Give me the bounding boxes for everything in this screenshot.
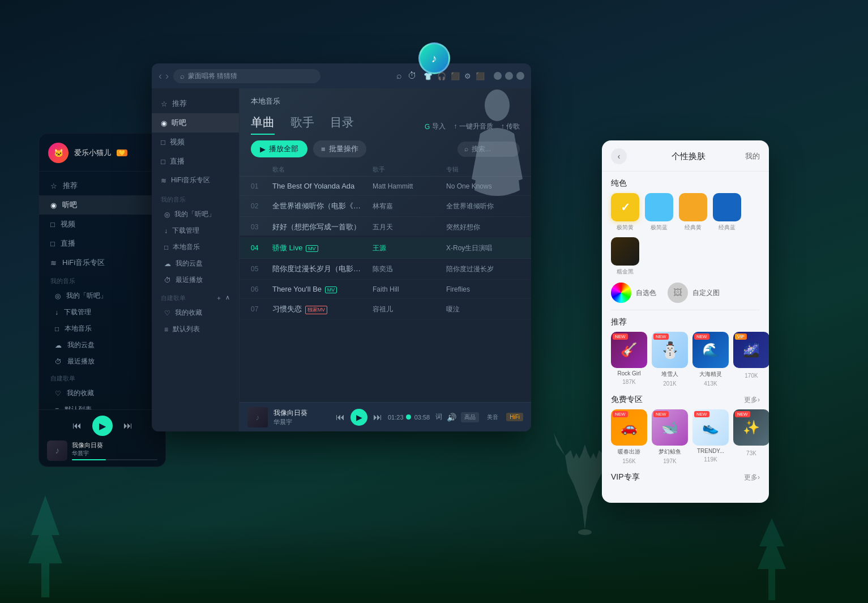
skin-custom-color[interactable]: 自选色 [611,283,656,303]
heart-icon: ♡ [55,390,61,397]
my-listen-icon: ◎ [55,292,61,300]
skin-my-link[interactable]: 我的 [745,151,760,161]
skin-free-more[interactable]: 更多› [744,395,760,405]
sidebar-item-download[interactable]: ↓ 下载管理 [39,304,165,320]
sidebar-item-listen[interactable]: ◉ 听吧 [39,195,165,215]
sidebar-label-cloud: 我的云盘 [67,340,95,350]
minimize-button[interactable] [494,72,502,80]
song-row-3[interactable]: 03 好好（想把你写成一首歌） 五月天 突然好想你 [240,217,531,238]
add-playlist-button[interactable]: ＋ [216,294,222,302]
sidebar-item-hifi[interactable]: ≋ HiFi音乐专区 [39,253,165,272]
song-row-7[interactable]: 07 习惯失恋 独家MV 容祖儿 嗄泣 [240,299,531,320]
skin-color-yellow[interactable]: ✓ 极简黄 [611,193,639,232]
main-nav-item-recent[interactable]: ⏱ 最近播放 [152,272,239,288]
main-nav-item-listen[interactable]: ◉ 听吧 [152,113,239,132]
sidebar-label-hifi: HiFi音乐专区 [62,258,105,268]
player-sound-badge: 美音 [484,412,502,422]
main-nav-item-cloud[interactable]: ☁ 我的云盘 [152,255,239,272]
player-volume-icon[interactable]: 🔊 [447,413,456,422]
quality-upgrade-button[interactable]: ↑ 一键升音质 [454,122,493,131]
rec-badge-1: NEW [613,333,628,340]
player-prev-button[interactable]: ⏮ [336,412,345,422]
song-row-2[interactable]: 02 全世界谁倾听你（电影《从你的全世界...》） 林宥嘉 全世界谁倾听你 [240,196,531,217]
skin-color-blue[interactable]: 极简蓝 [645,193,673,232]
rec-badge-4: VIP [735,333,747,340]
song-row-5[interactable]: 05 陪你度过漫长岁月（电影《陪安东尼度...》） 陈奕迅 陪你度过漫长岁 [240,259,531,280]
sidebar-item-recommend[interactable]: ☆ 推荐 [39,176,165,195]
main-nav-item-download[interactable]: ↓ 下载管理 [152,223,239,239]
skin-free-whale[interactable]: 🐋 NEW 梦幻鲸鱼 197K [652,409,688,464]
skin-color-gold-black[interactable]: 糯金黑 [611,237,639,276]
history-action-icon[interactable]: ⏱ [408,71,417,81]
batch-button[interactable]: ≡ 批量操作 [313,140,366,157]
back-nav-button[interactable]: ‹ [159,70,162,82]
player-lyric-button[interactable]: 词 [435,412,442,422]
sidebar-item-default[interactable]: ≡ 默认列表 [39,401,165,409]
main-nav-item-video[interactable]: □ 视频 [152,132,239,152]
close-button[interactable] [516,72,524,80]
main-nav-item-local[interactable]: □ 本地音乐 [152,239,239,255]
sidebar-item-cloud[interactable]: ☁ 我的云盘 [39,337,165,353]
tab-singles[interactable]: 单曲 [251,114,275,135]
skin-vip-more[interactable]: 更多› [744,473,760,482]
main-nav-item-live[interactable]: □ 直播 [152,152,239,171]
nav-list-icon: ≡ [164,326,168,333]
sidebar-item-local[interactable]: □ 本地音乐 [39,320,165,337]
sidebar-item-video[interactable]: □ 视频 [39,215,165,234]
main-nav-item-favorites[interactable]: ♡ 我的收藏 [152,305,239,321]
song-row-1[interactable]: 01 The Best Of Yolanda Ada Matt Hammitt … [240,177,531,196]
nav-label-default: 默认列表 [173,324,200,334]
tree-decoration-2 [755,512,789,603]
tab-directories[interactable]: 目录 [330,114,354,135]
skin-color-classic-yellow[interactable]: 经典黄 [679,193,707,232]
player-next-button[interactable]: ⏭ [373,412,382,422]
titlebar-search[interactable]: ⌕ 蒙面唱将 猜猜猜 [173,69,320,83]
player-play-button[interactable]: ▶ [350,409,367,426]
song-row-6[interactable]: 06 There You'll Be MV Faith Hill Firefli… [240,280,531,299]
skin-rec-item4[interactable]: 🌌 VIP 170K [733,332,769,387]
search-action-icon[interactable]: ⌕ [396,71,402,81]
main-nav-item-hifi[interactable]: ≋ HiFi音乐专区 [152,171,239,190]
sidebar-item-favorites[interactable]: ♡ 我的收藏 [39,385,165,401]
main-titlebar: ‹ › ⌕ 蒙面唱将 猜猜猜 ⌕ ⏱ 👕 🎧 ⬛ ⚙ ⬛ [152,63,531,88]
left-prev-button[interactable]: ⏮ [70,418,84,433]
skin-back-button[interactable]: ‹ [611,148,627,164]
play-all-icon: ▶ [260,145,266,153]
rec-count-4: 170K [745,373,758,379]
progress-track[interactable] [408,416,410,418]
skin-free-item4[interactable]: ✨ NEW 73K [733,409,769,464]
skin-color-classic-blue[interactable]: 经典蓝 [713,193,741,232]
search-box[interactable]: ⌕ 搜索... [457,142,520,157]
skin-free-spring[interactable]: 🚗 NEW 暖春出游 156K [611,409,647,464]
forward-nav-button[interactable]: › [165,70,169,82]
left-song-title: 我像向日葵 [72,441,157,450]
left-next-button[interactable]: ⏭ [121,418,135,433]
skin-custom-image[interactable]: 🖼 自定义图 [668,283,720,303]
main-nav-section-playlist: 自建歌单 ＋ ∧ [152,288,239,305]
left-play-button[interactable]: ▶ [92,416,113,436]
skin-free-shoes[interactable]: 👟 NEW TRENDY... 119K [692,409,729,464]
skin-rec-rock-girl[interactable]: 🎸 NEW Rock Girl 187K [611,332,647,387]
song-row-4[interactable]: 04 骄傲 Live MV 王源 X-Roy生日演唱 [240,238,531,259]
nav-label-my-listen: 我的「听吧」 [174,209,215,219]
song-num-3: 03 [251,223,272,231]
sidebar-label-download: 下载管理 [64,307,91,317]
import-button[interactable]: G 导入 [425,122,446,131]
collapse-playlist-button[interactable]: ∧ [225,294,230,302]
sidebar-item-live[interactable]: □ 直播 [39,234,165,253]
upload-button[interactable]: ↑ 传歌 [501,122,520,131]
skin-rec-ocean[interactable]: 🌊 NEW 大海精灵 413K [692,332,729,387]
sidebar-label-video: 视频 [61,219,75,229]
main-nav-item-my-listen[interactable]: ◎ 我的「听吧」 [152,206,239,223]
maximize-button[interactable] [505,72,513,80]
main-nav-item-recommend[interactable]: ☆ 推荐 [152,94,239,113]
sidebar-item-recent[interactable]: ⏱ 最近播放 [39,353,165,370]
skin-rec-snowman[interactable]: ⛄ NEW 堆雪人 201K [652,332,688,387]
svg-rect-6 [768,569,775,600]
main-nav-item-default-list[interactable]: ≡ 默认列表 [152,321,239,337]
sidebar-section-my-music: 我的音乐 [39,272,165,288]
nav-video-icon: □ [161,138,165,147]
play-all-button[interactable]: ▶ 播放全部 [251,140,307,157]
tab-artists[interactable]: 歌手 [290,114,314,135]
sidebar-item-my-listen[interactable]: ◎ 我的「听吧」 [39,288,165,304]
